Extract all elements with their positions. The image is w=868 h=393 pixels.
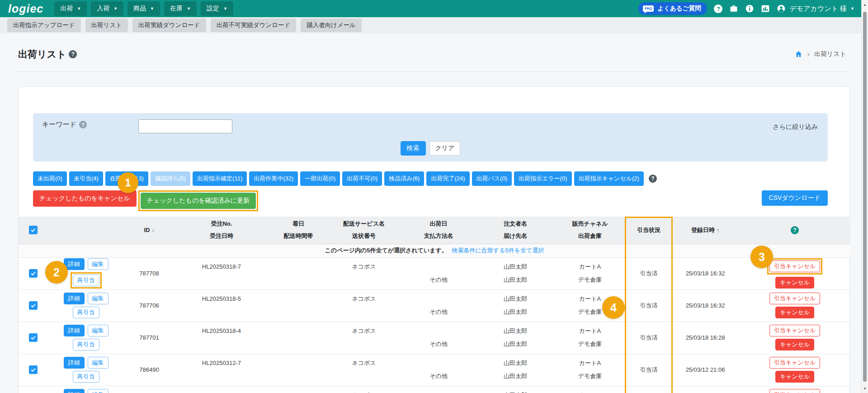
edit-button[interactable]: 編集 [88,389,108,393]
clear-button[interactable]: クリア [429,141,461,156]
user-icon [777,4,786,13]
order-no: HL20250318-7 [174,264,269,270]
cancel-allocation-button[interactable]: 引当キャンセル [769,293,821,304]
cancel-allocation-button[interactable]: 引当キャンセル [769,260,821,272]
selection-notice-row: このページ内の5件全てが選択されています。 検索条件に合致する5件を全て選択 [19,244,850,257]
edit-button[interactable]: 編集 [88,325,108,336]
page-title-help-icon[interactable]: ? [69,50,77,58]
filters-help-icon[interactable]: ? [649,175,657,183]
faq-button[interactable]: FAQ よくあるご質問 [638,2,708,15]
toolbar-item-出荷不可実績ダウンロード[interactable]: 出荷不可実績ダウンロード [211,19,297,32]
column-ship-date: 出荷日支払方法名 [400,217,477,244]
row-checkbox[interactable] [29,301,38,310]
scroll-down-icon[interactable]: ▼ [862,385,868,392]
reallocate-button[interactable]: 再引当 [73,339,99,350]
status-filter-button[interactable]: 出荷不可(0) [342,171,382,186]
detail-button[interactable]: 詳細 [64,325,85,336]
reallocate-button[interactable]: 再引当 [73,275,99,286]
row-checkbox[interactable] [29,365,38,374]
selection-notice-text: このページ内の5件全てが選択されています。 [325,247,448,254]
toolbar-item-出荷実績ダウンロード[interactable]: 出荷実績ダウンロード [132,19,206,32]
row-id: 787701 [139,334,159,341]
reallocate-button[interactable]: 再引当 [73,307,99,318]
status-filter-button[interactable]: 検品済み(6) [384,171,424,186]
nav-menu-設定[interactable]: 設定▼ [201,1,233,16]
allocation-status: 引当済 [640,366,658,373]
search-panel: キーワード ? さらに絞り込み 検索 クリア [33,113,828,161]
briefcase-icon[interactable] [729,4,738,13]
recipient-name: 山田太郎 [477,341,554,347]
detail-button[interactable]: 詳細 [64,389,85,393]
confirm-checked-button[interactable]: チェックしたものを確認済みに更新 [141,193,256,209]
status-filter-button[interactable]: 出荷指示キャンセル(2) [574,171,644,186]
detail-button[interactable]: 詳細 [64,293,85,304]
toolbar-item-出荷指示アップロード[interactable]: 出荷指示アップロード [7,19,81,32]
ship-date [400,360,477,366]
select-all-matching-link[interactable]: 検索条件に合致する5件を全て選択 [452,247,544,254]
refine-search-link[interactable]: さらに絞り込み [773,123,818,131]
status-filter-button[interactable]: 出荷作業中(32) [249,171,298,186]
scroll-up-icon[interactable]: ▲ [862,1,868,8]
toolbar-item-出荷リスト[interactable]: 出荷リスト [85,19,128,32]
edit-button[interactable]: 編集 [88,258,108,270]
help-icon[interactable]: ? [714,5,722,13]
orderer-name: 山田太郎 [477,328,554,334]
status-filter-button[interactable]: 出荷指示確定(11) [193,171,247,186]
row-checkbox[interactable] [29,269,38,278]
status-filter-button[interactable]: 未出荷(0) [33,171,67,186]
keyword-help-icon[interactable]: ? [79,121,87,128]
chevron-down-icon: ▼ [187,7,191,11]
chevron-down-icon: ▼ [77,7,81,11]
order-datetime [174,309,269,315]
cancel-allocation-button[interactable]: 引当キャンセル [769,325,821,336]
detail-button[interactable]: 詳細 [64,357,85,369]
home-icon[interactable] [795,50,802,58]
info-icon[interactable] [745,4,754,13]
edit-button[interactable]: 編集 [88,357,108,369]
reallocate-wrapper: 再引当 [73,371,99,383]
chevron-down-icon: ▼ [150,7,154,11]
status-filter-button[interactable]: 出荷完了(24) [426,171,469,186]
csv-download-button[interactable]: CSVダウンロード [762,190,828,206]
allocation-status: 引当済 [640,270,658,277]
annotation-circle-4: 4 [602,296,625,319]
keyword-input[interactable] [138,119,232,133]
scrollbar-thumb[interactable] [863,12,867,382]
column-id[interactable]: ID↓ [124,217,174,244]
column-arrival: 着日配送時間帯 [269,217,328,244]
column-channel: 販売チャネル出荷倉庫 [554,217,626,244]
cancel-allocation-button[interactable]: 引当キャンセル [769,357,821,369]
nav-menu-商品[interactable]: 商品▼ [127,1,160,16]
status-filters: 未出荷(0)未引当(4)在庫不足(13)確認待ち(5)出荷指示確定(11)出荷作… [33,171,835,186]
orderer-name: 山田太郎 [477,296,554,302]
cancel-allocation-button[interactable]: 引当キャンセル [769,389,821,393]
account-menu[interactable]: デモアカウント 様 ▼ [777,4,854,13]
nav-menu-在庫[interactable]: 在庫▼ [164,1,197,16]
shipping-table: ID↓ 受注No.受注日時 着日配送時間帯 配送サービス名送状番号 出荷日支払方… [19,217,849,393]
status-filter-button[interactable]: 未引当(4) [69,171,103,186]
nav-menu-入荷[interactable]: 入荷▼ [91,1,123,16]
status-filter-button[interactable]: 出荷指示エラー(0) [514,171,572,186]
toolbar-item-購入者向けメール[interactable]: 購入者向けメール [301,19,362,32]
arrival-date [269,264,328,270]
status-filter-button[interactable]: 出荷パス(0) [472,171,512,186]
cancel-button[interactable]: キャンセル [775,277,815,289]
table-help-icon[interactable]: ? [791,226,799,234]
cancel-button[interactable]: キャンセル [775,371,815,383]
bar-chart-icon[interactable] [761,4,770,13]
cancel-button[interactable]: キャンセル [775,307,815,318]
edit-button[interactable]: 編集 [88,293,108,304]
select-all-checkbox[interactable] [29,226,38,234]
row-checkbox[interactable] [29,333,38,342]
warehouse: デモ倉庫 [554,373,626,379]
cancel-checked-button[interactable]: チェックしたものをキャンセル [33,190,137,207]
delivery-window [269,309,328,315]
reallocate-button[interactable]: 再引当 [73,371,99,383]
vertical-scrollbar[interactable]: ▲ ▼ [861,0,868,393]
search-button[interactable]: 検索 [401,141,426,156]
nav-menu-出荷[interactable]: 出荷▼ [54,1,87,16]
column-registered[interactable]: 登録日時↑ [671,217,739,244]
cancel-button[interactable]: キャンセル [775,339,815,350]
row-id: 786490 [139,366,159,373]
status-filter-button[interactable]: 一部出荷(0) [300,171,340,186]
